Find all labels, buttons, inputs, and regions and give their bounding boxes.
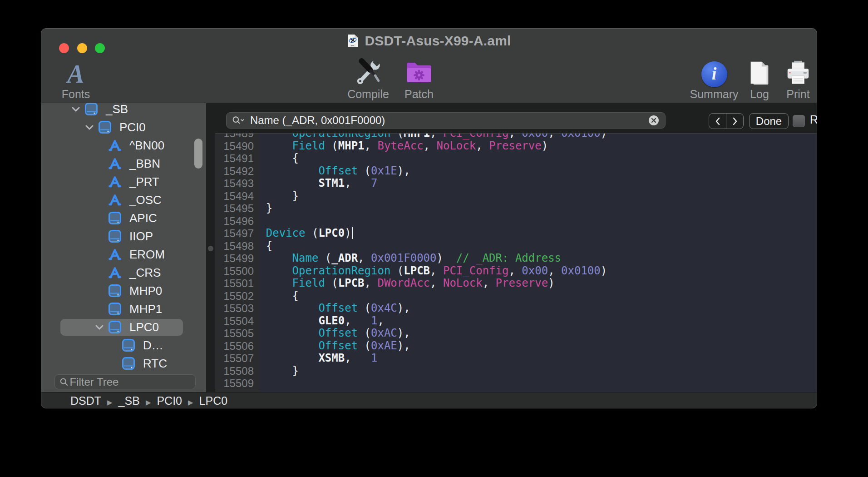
code-line[interactable]: Field (LPCB, DWordAcc, NoLock, Preserve) [240,277,817,290]
method-icon [108,193,122,207]
breadcrumb-item-LPC0[interactable]: LPC0 [199,394,228,407]
chevron-down-icon[interactable] [94,321,105,333]
breadcrumb-separator-icon: ▶ [107,398,113,406]
clear-search-icon[interactable] [648,114,660,126]
tree-item-^BN00[interactable]: ^BN00 [41,136,206,154]
chevron-spacer [107,339,119,351]
chevron-spacer [94,230,105,242]
tree-item-_BBN[interactable]: _BBN [41,154,206,173]
code-line[interactable]: Offset (0xAC), [240,327,817,340]
code-line[interactable]: Name (_ADR, 0x001F0000) // _ADR: Address [240,252,817,265]
device-icon [108,211,122,225]
filter-tree-input[interactable] [69,375,191,389]
chevron-right-icon [731,117,739,126]
code-line[interactable] [240,215,817,228]
tree-item-label: D… [143,338,163,353]
code-line[interactable]: GLE0, 1, [240,315,817,328]
code-line[interactable]: } [240,365,817,378]
done-button[interactable]: Done [749,113,789,129]
tree-item-_OSC[interactable]: _OSC [41,191,206,209]
text-cursor [352,227,353,239]
search-menu-icon[interactable] [232,115,245,125]
tree-item-label: _OSC [129,193,162,207]
tree-item-label: MHP1 [129,302,162,316]
code-line[interactable]: OperationRegion (MHP1, PCI_Config, 0x00,… [240,134,817,140]
tree-item-label: MHP0 [129,284,162,298]
replace-checkbox[interactable] [793,115,805,127]
device-icon [108,229,122,243]
splitter-handle[interactable] [208,246,213,251]
tree-item-label: _SB [106,103,128,116]
chevron-spacer [94,303,105,315]
code-editor[interactable]: 1548915490154911549215493154941549515496… [215,134,817,393]
code-line[interactable]: { [240,240,817,253]
tree-item-D[interactable]: D… [41,336,206,354]
breadcrumb-bar: DSDT▶_SB▶PCI0▶LPC0 [41,392,817,408]
find-previous-button[interactable] [709,114,726,129]
print-printer-icon [784,59,812,87]
aml-document-icon: AML [347,34,359,48]
breadcrumb-item-DSDT[interactable]: DSDT [70,394,101,407]
chevron-down-icon[interactable] [70,103,82,115]
tree-item-_SB[interactable]: _SB [41,103,206,118]
breadcrumb-item-PCI0[interactable]: PCI0 [157,394,182,407]
code-line[interactable]: Offset (0x1E), [240,165,817,178]
replace-label: Replace [810,113,817,126]
code-line[interactable] [240,377,817,390]
find-input[interactable] [249,114,648,127]
code-line[interactable]: { [240,290,817,303]
tree-item-LPC0[interactable]: LPC0 [41,318,206,336]
chevron-spacer [94,176,105,188]
code-line[interactable]: Offset (0x4C), [240,302,817,315]
code-line[interactable]: XSMB, 1 [240,352,817,365]
find-next-button[interactable] [726,114,743,129]
tree-item-MHP0[interactable]: MHP0 [41,282,206,300]
tree-item-label: IIOP [129,229,153,243]
tree-item-RTC[interactable]: RTC [41,354,206,373]
tree-item-label: RTC [143,357,167,371]
device-icon [108,284,122,298]
tree-item-PCI0[interactable]: PCI0 [41,118,206,136]
chevron-down-icon[interactable] [84,121,95,133]
breadcrumb-item-_SB[interactable]: _SB [118,394,140,407]
device-icon [84,103,98,116]
print-button[interactable]: Print [764,59,817,101]
tree-item-label: ^BN00 [129,139,164,153]
tree-item-label: _CRS [129,266,161,280]
fonts-icon: A [67,61,84,87]
code-line[interactable]: Device (LPC0) [240,227,817,240]
chevron-spacer [94,267,105,278]
svg-text:AML: AML [351,45,355,47]
patch-label: Patch [404,88,434,101]
tree-item-MHP1[interactable]: MHP1 [41,300,206,318]
tree-item-IIOP[interactable]: IIOP [41,227,206,245]
filter-tree-box [54,374,196,389]
tree-item-_CRS[interactable]: _CRS [41,263,206,282]
code-line[interactable]: OperationRegion (LPCB, PCI_Config, 0x00,… [240,265,817,278]
tree-item-label: APIC [129,211,157,225]
tree-item-label: _BBN [129,157,160,171]
fonts-label: Fonts [62,88,90,101]
patch-button[interactable]: Patch [385,58,453,101]
code-line[interactable]: } [240,202,817,215]
code-line[interactable]: STM1, 7 [240,177,817,190]
code-line[interactable]: Offset (0xAE), [240,340,817,353]
code-line[interactable]: { [240,152,817,165]
tree-item-_PRT[interactable]: _PRT [41,173,206,191]
code-line[interactable]: } [240,190,817,203]
tree-item-label: PCI0 [119,120,146,134]
chevron-spacer [94,194,105,206]
device-icon [108,302,122,316]
find-bar: Done Replace [215,103,817,134]
sidebar-scrollbar[interactable] [194,139,202,169]
summary-info-icon: i [701,61,727,87]
tree-item-APIC[interactable]: APIC [41,209,206,227]
code-line[interactable]: Field (MHP1, ByteAcc, NoLock, Preserve) [240,140,817,153]
fonts-button[interactable]: A Fonts [42,61,110,101]
chevron-spacer [94,285,105,297]
tree-item-label: _PRT [129,175,159,189]
compile-tools-icon [353,57,383,87]
pane-splitter[interactable] [206,103,215,392]
breadcrumb: DSDT▶_SB▶PCI0▶LPC0 [70,394,227,407]
tree-item-EROM[interactable]: EROM [41,245,206,263]
